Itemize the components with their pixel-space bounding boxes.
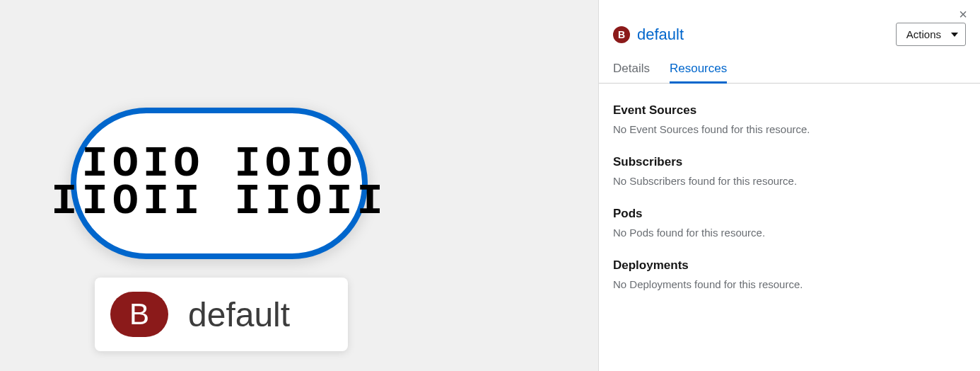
section-subscribers: Subscribers No Subscribers found for thi… [613, 155, 966, 187]
close-button[interactable]: × [953, 4, 973, 24]
section-message: No Event Sources found for this resource… [613, 123, 966, 135]
broker-node[interactable]: IOIO IOIO IIOII IIOII [71, 108, 368, 259]
section-heading: Deployments [613, 258, 966, 273]
section-heading: Event Sources [613, 103, 966, 118]
panel-tabs: Details Resources [599, 46, 980, 84]
actions-label: Actions [906, 28, 941, 40]
section-heading: Subscribers [613, 155, 966, 169]
panel-title[interactable]: default [637, 25, 684, 44]
section-pods: Pods No Pods found for this resource. [613, 207, 966, 239]
section-event-sources: Event Sources No Event Sources found for… [613, 103, 966, 135]
node-label-text: default [188, 295, 290, 334]
node-label-card[interactable]: B default [95, 278, 348, 351]
broker-badge-icon: B [110, 292, 168, 337]
close-icon: × [959, 6, 967, 22]
section-deployments: Deployments No Deployments found for thi… [613, 258, 966, 290]
badge-letter: B [129, 297, 149, 331]
details-sidepanel: × B default Actions Details Resources Ev… [598, 0, 980, 371]
tab-details[interactable]: Details [613, 62, 650, 83]
caret-down-icon [951, 33, 958, 37]
broker-glyph-icon: IOIO IOIO IIOII IIOII [51, 146, 387, 220]
section-heading: Pods [613, 207, 966, 221]
section-message: No Subscribers found for this resource. [613, 175, 966, 187]
actions-dropdown[interactable]: Actions [896, 23, 966, 46]
panel-header: B default Actions [599, 0, 980, 46]
broker-badge-small-icon: B [613, 26, 630, 43]
section-message: No Pods found for this resource. [613, 227, 966, 239]
panel-body: Event Sources No Event Sources found for… [599, 84, 980, 310]
topology-canvas[interactable]: IOIO IOIO IIOII IIOII B default [0, 0, 598, 371]
section-message: No Deployments found for this resource. [613, 278, 966, 290]
panel-title-group: B default [613, 25, 684, 44]
tab-resources[interactable]: Resources [670, 62, 727, 83]
